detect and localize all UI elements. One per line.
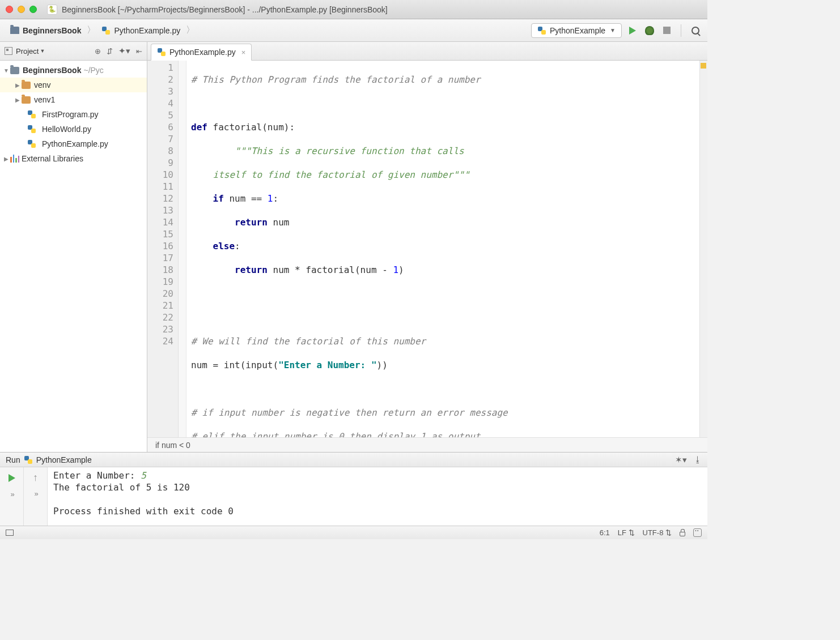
structure-breadcrumb[interactable]: if num < 0 xyxy=(147,437,707,452)
run-toolbar-left: » xyxy=(0,467,24,526)
folding-gutter[interactable] xyxy=(179,61,186,437)
tree-root-path: ~/Pyc xyxy=(83,66,103,75)
debug-button[interactable] xyxy=(643,24,656,37)
editor-tab[interactable]: PythonExample.py × xyxy=(151,44,252,61)
expand-icon[interactable]: » xyxy=(34,489,36,498)
code-text: )) xyxy=(377,360,388,370)
chevron-down-icon: ▼ xyxy=(40,48,45,54)
tree-folder-venv[interactable]: ▶ venv xyxy=(0,78,147,92)
tree-item-label: FirstProgram.py xyxy=(42,110,99,119)
line-number-gutter: 123456789101112131415161718192021222324 xyxy=(147,61,179,437)
code-content[interactable]: # This Python Program finds the factoria… xyxy=(186,61,699,437)
file-encoding[interactable]: UTF-8 ⇅ xyxy=(643,528,672,537)
minimize-window-button[interactable] xyxy=(18,6,25,13)
collapse-all-icon[interactable]: ⇵ xyxy=(107,47,113,56)
code-text: : xyxy=(273,193,279,204)
console-input: 5 xyxy=(141,470,146,481)
python-file-icon xyxy=(537,26,546,35)
python-file-icon xyxy=(24,455,33,464)
run-toolbar-left2: ↑ » xyxy=(24,467,48,526)
scroll-to-source-icon[interactable]: ⊕ xyxy=(95,47,101,56)
tree-file[interactable]: FirstProgram.py xyxy=(0,107,147,122)
tree-folder-venv1[interactable]: ▶ venv1 xyxy=(0,92,147,107)
line-separator[interactable]: LF ⇅ xyxy=(618,528,635,537)
play-icon xyxy=(9,474,15,482)
run-tool-title: Run xyxy=(6,455,20,464)
stop-icon xyxy=(663,27,671,34)
code-keyword: else xyxy=(213,241,235,251)
run-button[interactable] xyxy=(626,24,639,37)
search-icon xyxy=(691,27,699,35)
expand-icon[interactable]: » xyxy=(10,490,12,498)
tree-root[interactable]: ▼ BeginnersBook ~/Pyc xyxy=(0,63,147,78)
export-icon[interactable]: ⭳ xyxy=(694,455,702,465)
run-config-select[interactable]: PythonExample ▼ xyxy=(531,23,622,38)
code-comment: # elif the input number is 0 then displa… xyxy=(191,431,481,437)
expand-arrow-icon[interactable]: ▶ xyxy=(2,156,10,162)
breadcrumb-file[interactable]: PythonExample.py xyxy=(97,24,185,37)
main-toolbar: BeginnersBook 〉 PythonExample.py 〉 Pytho… xyxy=(0,19,707,42)
error-stripe[interactable] xyxy=(699,61,707,437)
divider xyxy=(681,24,681,37)
code-keyword: if xyxy=(213,193,224,204)
console-text: Process finished with exit code 0 xyxy=(53,506,234,517)
project-tree[interactable]: ▼ BeginnersBook ~/Pyc ▶ venv ▶ venv1 Fir… xyxy=(0,61,147,452)
rerun-button[interactable] xyxy=(6,472,18,484)
tree-file[interactable]: PythonExample.py xyxy=(0,136,147,151)
readonly-lock-icon[interactable] xyxy=(680,532,685,536)
search-everywhere-button[interactable] xyxy=(689,24,702,37)
python-file-icon xyxy=(27,110,36,119)
up-arrow-icon[interactable]: ↑ xyxy=(33,472,38,484)
close-window-button[interactable] xyxy=(6,6,13,13)
editor-tabs: PythonExample.py × xyxy=(147,42,707,61)
tree-file[interactable]: HelloWorld.py xyxy=(0,122,147,136)
project-tool-header[interactable]: Project ▼ ⊕ ⇵ ✦▾ ⇤ xyxy=(0,42,147,61)
console-text: Enter a Number: xyxy=(53,470,141,481)
run-config-name: PythonExample xyxy=(36,455,92,464)
run-config-label: PythonExample xyxy=(550,26,605,35)
hide-panel-icon[interactable]: ⇤ xyxy=(136,47,142,56)
code-string: "Enter a Number: " xyxy=(278,360,376,370)
window-titlebar: 🐍 BeginnersBook [~/PycharmProjects/Begin… xyxy=(0,0,707,19)
console-text: The factorial of 5 is 120 xyxy=(53,482,190,493)
tree-item-label: venv1 xyxy=(34,95,55,104)
run-console-output[interactable]: Enter a Number: 5 The factorial of 5 is … xyxy=(48,467,707,526)
tool-windows-icon[interactable] xyxy=(6,530,14,536)
code-comment: # This Python Program finds the factoria… xyxy=(191,74,481,85)
expand-arrow-icon[interactable]: ▶ xyxy=(14,97,22,103)
code-number: 1 xyxy=(393,264,398,275)
code-editor[interactable]: 123456789101112131415161718192021222324 … xyxy=(147,61,707,437)
bug-icon xyxy=(645,26,654,35)
project-tool-label: Project xyxy=(16,47,39,56)
python-file-icon xyxy=(27,125,36,134)
code-text: : xyxy=(235,241,240,251)
close-tab-icon[interactable]: × xyxy=(241,48,246,57)
libraries-icon xyxy=(10,155,19,163)
expand-arrow-icon[interactable]: ▶ xyxy=(14,82,22,88)
code-keyword: def xyxy=(191,122,207,133)
breadcrumb-project[interactable]: BeginnersBook xyxy=(6,24,86,37)
status-bar: 6:1 LF ⇅ UTF-8 ⇅ xyxy=(0,526,707,539)
tree-root-label: BeginnersBook xyxy=(23,66,81,75)
maximize-window-button[interactable] xyxy=(29,6,37,13)
folder-icon xyxy=(10,27,19,34)
code-keyword: return xyxy=(235,264,268,275)
code-text: num xyxy=(268,217,290,228)
tree-external-libraries[interactable]: ▶ External Libraries xyxy=(0,151,147,166)
tree-item-label: PythonExample.py xyxy=(42,139,108,148)
caret-position[interactable]: 6:1 xyxy=(600,528,610,537)
gear-icon[interactable]: ✶▾ xyxy=(675,455,687,465)
code-comment: # if input number is negative then retur… xyxy=(191,407,508,418)
gear-icon[interactable]: ✦▾ xyxy=(118,46,130,56)
play-icon xyxy=(629,27,636,35)
stop-button[interactable] xyxy=(660,24,673,37)
run-tool-window: Run PythonExample ✶▾ ⭳ » ↑ » Enter a Num… xyxy=(0,452,707,526)
inspections-indicator-icon[interactable] xyxy=(693,528,702,537)
editor-tab-label: PythonExample.py xyxy=(169,48,236,57)
code-text: num * factorial(num - xyxy=(268,264,393,275)
expand-arrow-icon[interactable]: ▼ xyxy=(2,67,10,74)
run-tool-header[interactable]: Run PythonExample ✶▾ ⭳ xyxy=(0,453,707,467)
code-docstring: itself to find the factorial of given nu… xyxy=(191,169,469,180)
warning-marker-icon[interactable] xyxy=(701,63,706,69)
tree-item-label: External Libraries xyxy=(22,154,83,163)
